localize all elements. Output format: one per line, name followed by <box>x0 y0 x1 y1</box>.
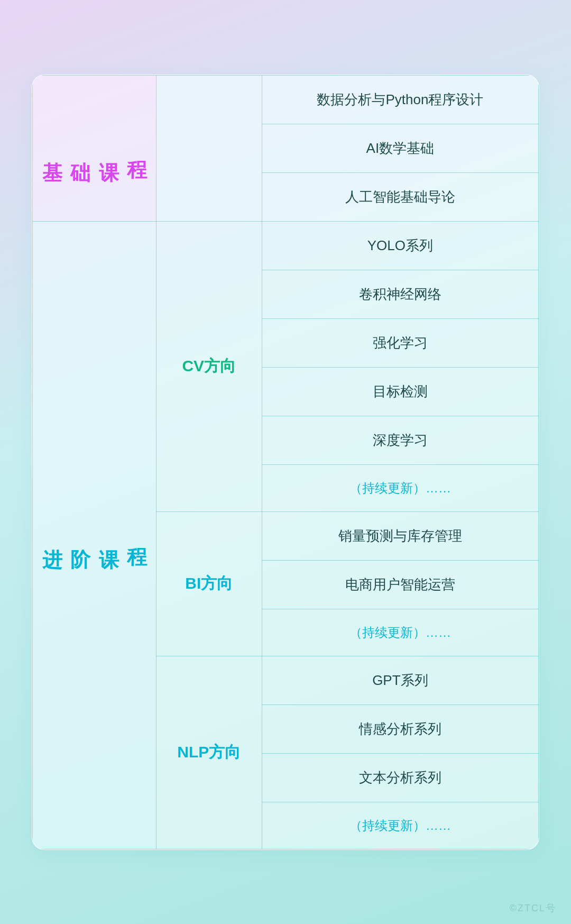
course-nlp4: （持续更新）…… <box>262 802 538 849</box>
course-nlp2: 情感分析系列 <box>262 705 538 753</box>
course-cv5: 深度学习 <box>262 416 538 464</box>
course-b2: AI数学基础 <box>262 124 538 172</box>
watermark: ©ZTCL号 <box>510 902 556 914</box>
course-b1: 数据分析与Python程序设计 <box>262 75 538 124</box>
course-bi2: 电商用户智能运营 <box>262 560 538 609</box>
course-bi1: 销量预测与库存管理 <box>262 511 538 560</box>
course-b3: 人工智能基础导论 <box>262 172 538 221</box>
level-advanced: 进 阶 课 程 <box>33 221 156 849</box>
direction-cv: CV方向 <box>156 221 262 511</box>
course-cv6: （持续更新）…… <box>262 464 538 511</box>
course-bi3: （持续更新）…… <box>262 609 538 656</box>
course-table: 基 础 课 程数据分析与Python程序设计AI数学基础人工智能基础导论进 阶 … <box>32 75 539 850</box>
course-nlp3: 文本分析系列 <box>262 753 538 802</box>
level-basic: 基 础 课 程 <box>33 75 156 221</box>
direction-nlp: NLP方向 <box>156 656 262 849</box>
course-cv1: YOLO系列 <box>262 221 538 270</box>
course-cv2: 卷积神经网络 <box>262 270 538 318</box>
direction-basic-main <box>156 75 262 221</box>
course-cv4: 目标检测 <box>262 367 538 416</box>
direction-bi: BI方向 <box>156 511 262 656</box>
course-nlp1: GPT系列 <box>262 656 538 705</box>
course-cv3: 强化学习 <box>262 318 538 367</box>
